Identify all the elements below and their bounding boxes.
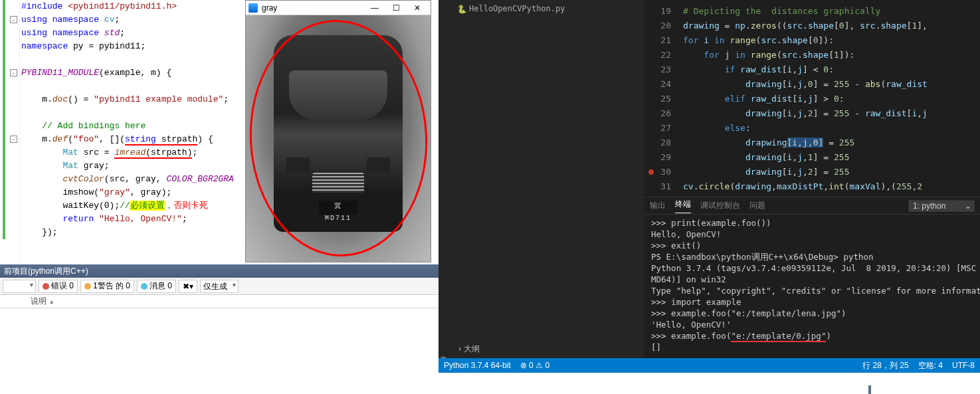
tab-problems[interactable]: 问题 bbox=[749, 200, 765, 211]
build-filter-icon[interactable]: ✖▾ bbox=[179, 280, 197, 293]
status-spaces[interactable]: 空格: 4 bbox=[918, 360, 943, 371]
maximize-button[interactable]: ☐ bbox=[385, 3, 407, 13]
vscode-statusbar: Python 3.7.4 64-bit ⊗ 0 ⚠ 0 行 28，列 25 空格… bbox=[439, 358, 980, 373]
vscode-window: 🐍 HelloOpenCVPython.py ⚙ › 大纲 › 时间线 19# … bbox=[439, 0, 980, 373]
build-dropdown[interactable]: 仅生成 bbox=[200, 280, 239, 293]
status-line[interactable]: 行 28，列 25 bbox=[862, 360, 908, 371]
outline-item[interactable]: › 大纲 bbox=[458, 342, 488, 355]
tab-filename: HelloOpenCVPython.py bbox=[469, 4, 565, 13]
python-icon: 🐍 bbox=[457, 5, 465, 13]
errors-badge[interactable]: 错误 0 bbox=[39, 280, 78, 293]
opencv-image-window: gray — ☐ ✕ 冀 MD711 bbox=[245, 0, 431, 262]
error-toolbar: 错误 0 1警告 的 0 消息 0 ✖▾ 仅生成 bbox=[0, 278, 439, 295]
terminal-body[interactable]: >>> print(example.foo())Hello, OpenCV!>>… bbox=[644, 215, 980, 355]
status-encoding[interactable]: UTF-8 bbox=[952, 361, 975, 370]
license-plate: 冀 MD711 bbox=[319, 201, 357, 215]
window-title: gray bbox=[262, 3, 364, 13]
vs-error-list-panel: 前项目(python调用C++) 错误 0 1警告 的 0 消息 0 ✖▾ 仅生… bbox=[0, 264, 439, 331]
window-titlebar[interactable]: gray — ☐ ✕ bbox=[246, 1, 431, 15]
fold-icon[interactable]: - bbox=[10, 136, 17, 143]
minimize-button[interactable]: — bbox=[364, 3, 385, 13]
fold-icon[interactable]: - bbox=[10, 69, 17, 76]
tab-terminal[interactable]: 终端 bbox=[675, 199, 691, 213]
messages-badge[interactable]: 消息 0 bbox=[137, 280, 176, 293]
vscode-sidebar: ⚙ › 大纲 › 时间线 bbox=[439, 17, 644, 373]
terminal-selector[interactable]: 1: python bbox=[908, 200, 975, 212]
fold-icon[interactable]: - bbox=[10, 16, 17, 23]
vs-gutter: - - - bbox=[0, 0, 20, 264]
terminal-panel: 输出 终端 调试控制台 问题 1: python >>> print(examp… bbox=[644, 197, 980, 373]
status-python[interactable]: Python 3.7.4 64-bit bbox=[444, 361, 511, 370]
warnings-badge[interactable]: 1警告 的 0 bbox=[80, 280, 134, 293]
app-icon bbox=[248, 3, 258, 13]
vscode-editor[interactable]: 19# Depicting the distances graphically2… bbox=[644, 0, 980, 197]
vscode-tab[interactable]: 🐍 HelloOpenCVPython.py bbox=[439, 0, 644, 17]
panel-title: 前项目(python调用C++) bbox=[0, 264, 439, 278]
image-content: 冀 MD711 bbox=[246, 15, 431, 262]
terminal-tabs: 输出 终端 调试控制台 问题 1: python bbox=[644, 197, 980, 215]
close-button[interactable]: ✕ bbox=[407, 3, 428, 13]
tab-debug-console[interactable]: 调试控制台 bbox=[700, 200, 740, 211]
tab-output[interactable]: 输出 bbox=[650, 200, 666, 211]
scope-dropdown[interactable] bbox=[3, 280, 36, 293]
error-columns[interactable]: 说明 ▲ bbox=[0, 295, 439, 308]
status-problems[interactable]: ⊗ 0 ⚠ 0 bbox=[520, 361, 549, 370]
car-body: 冀 MD711 bbox=[274, 35, 403, 233]
